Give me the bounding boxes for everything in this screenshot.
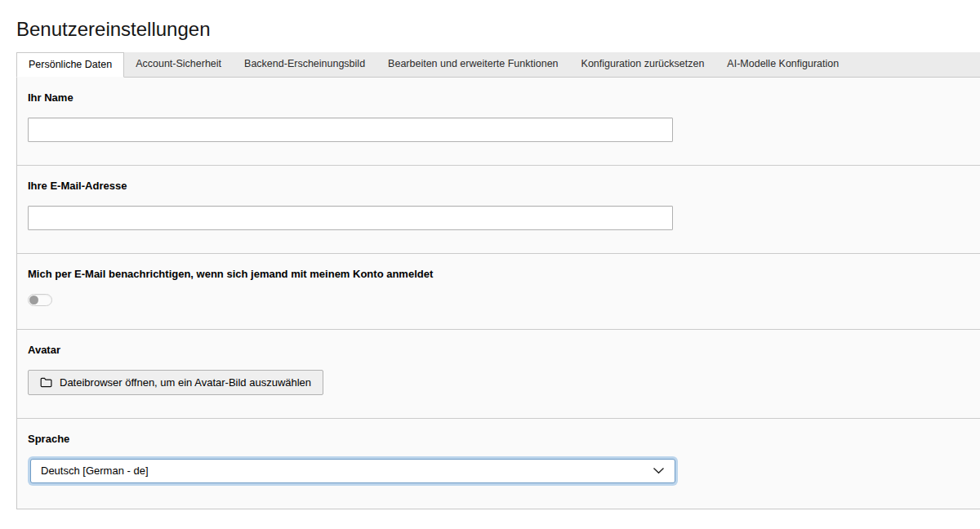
- folder-icon: [40, 377, 52, 388]
- tab-backend-erscheinungsbild[interactable]: Backend-Erscheinungsbild: [233, 52, 376, 77]
- tab-ai-modelle-konfiguration[interactable]: AI-Modelle Konfiguration: [715, 52, 850, 77]
- toggle-knob: [29, 296, 38, 305]
- email-input[interactable]: [28, 206, 673, 230]
- tab-bearbeiten-erweiterte-funktionen[interactable]: Bearbeiten und erweiterte Funktionen: [376, 52, 569, 77]
- email-label: Ihre E-Mail-Adresse: [28, 180, 971, 193]
- login-notification-label: Mich per E-Mail benachrichtigen, wenn si…: [28, 268, 971, 281]
- open-filebrowser-button-label: Dateibrowser öffnen, um ein Avatar-Bild …: [60, 376, 311, 389]
- field-group-avatar: Avatar Dateibrowser öffnen, um ein Avata…: [17, 329, 980, 418]
- avatar-label: Avatar: [28, 344, 971, 357]
- open-filebrowser-button[interactable]: Dateibrowser öffnen, um ein Avatar-Bild …: [28, 370, 323, 395]
- tab-panel-personal-data: Ihr Name Ihre E-Mail-Adresse Mich per E-…: [16, 78, 980, 509]
- user-settings-page: Benutzereinstellungen Persönliche Daten …: [0, 18, 980, 509]
- page-title: Benutzereinstellungen: [16, 18, 980, 42]
- settings-module: Persönliche Daten Account-Sicherheit Bac…: [16, 52, 980, 509]
- name-label: Ihr Name: [28, 91, 971, 104]
- field-group-email: Ihre E-Mail-Adresse: [17, 165, 980, 253]
- tab-persoenliche-daten[interactable]: Persönliche Daten: [16, 52, 124, 78]
- field-group-login-notification: Mich per E-Mail benachrichtigen, wenn si…: [17, 253, 980, 329]
- language-select[interactable]: Deutsch [German - de]: [30, 459, 675, 483]
- tab-account-sicherheit[interactable]: Account-Sicherheit: [124, 52, 233, 77]
- tab-konfiguration-zuruecksetzen[interactable]: Konfiguration zurücksetzen: [570, 52, 716, 77]
- chevron-down-icon: [653, 467, 665, 474]
- field-group-language: Sprache Deutsch [German - de]: [17, 418, 980, 509]
- language-label: Sprache: [28, 433, 971, 446]
- settings-tab-bar: Persönliche Daten Account-Sicherheit Bac…: [16, 52, 980, 78]
- language-select-value: Deutsch [German - de]: [41, 465, 149, 477]
- name-input[interactable]: [28, 118, 673, 142]
- field-group-name: Ihr Name: [17, 78, 980, 165]
- login-notification-toggle[interactable]: [28, 294, 52, 306]
